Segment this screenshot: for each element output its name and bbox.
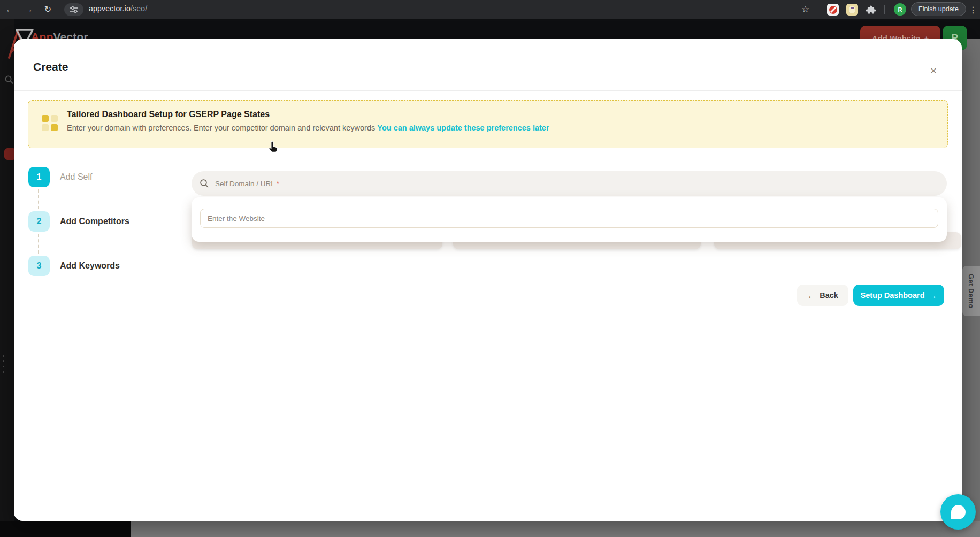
toolbar-separator bbox=[884, 5, 885, 14]
extensions-puzzle-icon[interactable] bbox=[864, 3, 877, 16]
get-demo-label: Get Demo bbox=[967, 274, 975, 309]
url-path: /seo/ bbox=[131, 4, 147, 13]
step-1-badge[interactable]: 1 bbox=[28, 167, 50, 187]
search-dropdown-panel bbox=[192, 197, 947, 242]
close-icon[interactable]: ✕ bbox=[927, 64, 940, 78]
page-icon bbox=[849, 6, 855, 13]
modal-title: Create bbox=[33, 60, 68, 73]
site-info-icon[interactable] bbox=[64, 3, 83, 16]
self-domain-search-field[interactable]: Self Domain / URL * bbox=[192, 171, 947, 196]
self-domain-label: Self Domain / URL bbox=[215, 180, 275, 188]
browser-forward-icon[interactable]: → bbox=[21, 2, 36, 17]
sidebar-search-icon[interactable] bbox=[4, 75, 14, 87]
search-icon bbox=[200, 179, 209, 188]
required-asterisk: * bbox=[277, 180, 279, 188]
setup-label: Setup Dashboard bbox=[860, 291, 924, 300]
overlay-bottom-sidebar bbox=[0, 521, 131, 537]
no-sign-icon bbox=[829, 6, 837, 14]
browser-back-icon[interactable]: ← bbox=[3, 2, 17, 17]
back-label: Back bbox=[820, 291, 838, 300]
banner-link[interactable]: You can always update these preferences … bbox=[377, 124, 549, 132]
extension-blocker-icon[interactable] bbox=[827, 4, 839, 16]
back-button[interactable]: ← Back bbox=[797, 285, 848, 306]
screen: ← → ↻ appvector.io/seo/ ☆ R Finish updat… bbox=[0, 0, 980, 537]
app-header-background bbox=[0, 19, 980, 39]
app-sidebar-background bbox=[0, 19, 14, 521]
banner-title: Tailored Dashboard Setup for GSERP Page … bbox=[67, 110, 270, 119]
browser-profile-avatar[interactable]: R bbox=[894, 3, 906, 16]
finish-update-button[interactable]: Finish update bbox=[911, 2, 966, 16]
step-3-label[interactable]: Add Keywords bbox=[60, 261, 120, 271]
step-2-label[interactable]: Add Competitors bbox=[60, 217, 129, 226]
address-bar[interactable]: appvector.io/seo/ bbox=[89, 4, 147, 13]
browser-reload-icon[interactable]: ↻ bbox=[41, 2, 55, 17]
header-divider bbox=[14, 90, 962, 91]
url-host: appvector.io bbox=[89, 4, 131, 13]
step-1-label[interactable]: Add Self bbox=[60, 172, 92, 182]
next-arrow-icon: → bbox=[929, 291, 937, 300]
browser-toolbar: ← → ↻ appvector.io/seo/ ☆ R Finish updat… bbox=[0, 0, 980, 19]
step-connector bbox=[38, 234, 39, 254]
tune-icon bbox=[70, 6, 78, 13]
extension-notes-icon[interactable] bbox=[846, 4, 858, 16]
back-arrow-icon: ← bbox=[807, 291, 815, 300]
finish-update-label: Finish update bbox=[918, 5, 959, 13]
setup-dashboard-button[interactable]: Setup Dashboard → bbox=[853, 285, 944, 306]
step-connector bbox=[38, 189, 39, 209]
browser-menu-icon[interactable]: ⋮ bbox=[968, 3, 978, 16]
chat-launcher-button[interactable] bbox=[940, 494, 976, 530]
banner-description: Enter your domain with preferences. Ente… bbox=[67, 124, 549, 132]
sidebar-dots bbox=[3, 355, 4, 377]
website-input[interactable] bbox=[200, 209, 938, 228]
get-demo-tab[interactable]: Get Demo bbox=[962, 266, 980, 316]
info-banner: Tailored Dashboard Setup for GSERP Page … bbox=[28, 100, 948, 148]
bookmark-star-icon[interactable]: ☆ bbox=[798, 2, 813, 17]
step-3-badge[interactable]: 3 bbox=[28, 256, 50, 276]
banner-description-text: Enter your domain with preferences. Ente… bbox=[67, 124, 377, 132]
overlay-bottom-content bbox=[131, 521, 980, 537]
dashboard-grid-icon bbox=[42, 115, 58, 131]
step-2-badge[interactable]: 2 bbox=[28, 211, 50, 232]
puzzle-glyph bbox=[866, 5, 876, 14]
create-modal: Create ✕ Tailored Dashboard Setup for GS… bbox=[14, 39, 962, 521]
chat-bubble-icon bbox=[951, 505, 966, 519]
